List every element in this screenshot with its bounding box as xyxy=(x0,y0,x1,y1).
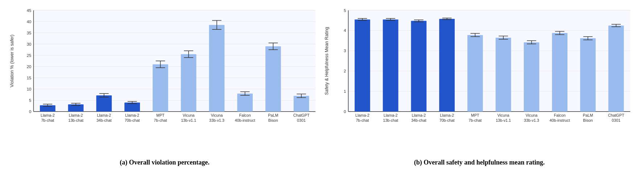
svg-rect-67 xyxy=(237,93,253,112)
svg-text:13b-chat: 13b-chat xyxy=(383,118,398,122)
svg-rect-73 xyxy=(265,46,281,112)
svg-text:0301: 0301 xyxy=(612,118,620,122)
svg-text:0: 0 xyxy=(344,109,346,114)
svg-text:Llama-2: Llama-2 xyxy=(384,113,398,117)
svg-text:MPT: MPT xyxy=(156,113,165,117)
svg-text:Llama-2: Llama-2 xyxy=(125,113,139,117)
svg-text:Bison: Bison xyxy=(268,118,278,122)
svg-text:15: 15 xyxy=(27,76,32,80)
svg-text:70b-chat: 70b-chat xyxy=(125,118,140,122)
svg-text:Violation % (lower is safer): Violation % (lower is safer) xyxy=(9,34,15,87)
svg-text:ChatGPT: ChatGPT xyxy=(608,113,624,117)
svg-rect-144 xyxy=(552,33,567,112)
chart-a-svg: 051015202530354045Violation % (lower is … xyxy=(7,4,322,141)
svg-text:Bison: Bison xyxy=(583,118,593,122)
chart-b-area: 012345Safety & Helpfulness Mean RatingLl… xyxy=(322,4,637,141)
svg-text:7b-chat: 7b-chat xyxy=(41,118,54,122)
svg-text:33b-v1.3: 33b-v1.3 xyxy=(524,118,539,122)
caption-a: (a) Overall violation percentage. xyxy=(7,159,322,166)
svg-rect-61 xyxy=(209,25,224,112)
svg-rect-49 xyxy=(153,64,168,111)
svg-text:20: 20 xyxy=(27,65,32,69)
svg-text:3: 3 xyxy=(344,49,346,53)
svg-text:33b-v1.3: 33b-v1.3 xyxy=(209,118,224,122)
svg-text:7b-chat: 7b-chat xyxy=(154,118,167,122)
svg-text:Vicuna: Vicuna xyxy=(211,113,223,117)
svg-text:40b-instruct: 40b-instruct xyxy=(549,118,570,122)
svg-text:0: 0 xyxy=(29,109,31,114)
svg-rect-37 xyxy=(96,95,112,112)
svg-text:40b-instruct: 40b-instruct xyxy=(235,118,255,122)
chart-a-area: 051015202530354045Violation % (lower is … xyxy=(7,4,322,141)
svg-text:4: 4 xyxy=(344,28,346,33)
svg-text:Llama-2: Llama-2 xyxy=(69,113,83,117)
svg-text:34b-chat: 34b-chat xyxy=(96,118,112,122)
svg-text:Llama-2: Llama-2 xyxy=(355,113,370,117)
svg-rect-150 xyxy=(580,38,596,112)
svg-rect-108 xyxy=(383,20,399,112)
svg-rect-126 xyxy=(467,35,483,112)
svg-rect-138 xyxy=(524,42,539,112)
svg-text:Safety & Helpfulness Mean Rati: Safety & Helpfulness Mean Rating xyxy=(324,27,329,95)
svg-rect-55 xyxy=(181,54,197,112)
svg-text:34b-chat: 34b-chat xyxy=(411,118,426,122)
svg-text:ChatGPT: ChatGPT xyxy=(293,113,310,117)
svg-text:Llama-2: Llama-2 xyxy=(440,113,454,117)
svg-text:Vicuna: Vicuna xyxy=(498,113,509,117)
svg-text:10: 10 xyxy=(27,87,32,91)
svg-rect-132 xyxy=(496,38,511,112)
svg-rect-79 xyxy=(294,96,309,111)
chart-a-wrapper: 051015202530354045Violation % (lower is … xyxy=(7,4,322,156)
svg-text:1: 1 xyxy=(344,89,346,93)
svg-text:Llama-2: Llama-2 xyxy=(41,113,55,117)
caption-b: (b) Overall safety and helpfulness mean … xyxy=(322,159,637,166)
svg-text:2: 2 xyxy=(344,69,346,73)
svg-text:35: 35 xyxy=(27,31,32,35)
svg-text:40: 40 xyxy=(27,20,32,24)
svg-text:Falcon: Falcon xyxy=(554,113,565,117)
svg-rect-156 xyxy=(608,25,624,111)
svg-text:45: 45 xyxy=(27,8,32,13)
svg-text:7b-chat: 7b-chat xyxy=(468,118,482,122)
svg-text:Vicuna: Vicuna xyxy=(183,113,195,117)
svg-text:13b-v1.1: 13b-v1.1 xyxy=(181,118,196,122)
svg-text:13b-chat: 13b-chat xyxy=(68,118,83,122)
svg-text:PaLM: PaLM xyxy=(268,113,278,117)
svg-text:Vicuna: Vicuna xyxy=(525,113,537,117)
svg-text:Falcon: Falcon xyxy=(239,113,251,117)
svg-text:MPT: MPT xyxy=(471,113,479,117)
chart-b-wrapper: 012345Safety & Helpfulness Mean RatingLl… xyxy=(322,4,637,156)
svg-text:5: 5 xyxy=(29,98,31,103)
svg-text:0301: 0301 xyxy=(297,118,306,122)
svg-rect-120 xyxy=(439,19,455,112)
svg-rect-114 xyxy=(411,21,426,112)
charts-container: 051015202530354045Violation % (lower is … xyxy=(0,0,644,156)
svg-rect-102 xyxy=(355,20,370,112)
svg-text:70b-chat: 70b-chat xyxy=(439,118,455,122)
svg-text:13b-v1.1: 13b-v1.1 xyxy=(496,118,511,122)
svg-text:7b-chat: 7b-chat xyxy=(356,118,369,122)
svg-text:Llama-2: Llama-2 xyxy=(412,113,426,117)
svg-text:Llama-2: Llama-2 xyxy=(97,113,111,117)
svg-text:PaLM: PaLM xyxy=(583,113,593,117)
svg-text:25: 25 xyxy=(27,53,32,58)
svg-text:5: 5 xyxy=(344,8,346,13)
captions-row: (a) Overall violation percentage. (b) Ov… xyxy=(0,156,644,178)
chart-b-svg: 012345Safety & Helpfulness Mean RatingLl… xyxy=(322,4,637,141)
svg-text:30: 30 xyxy=(27,42,32,46)
